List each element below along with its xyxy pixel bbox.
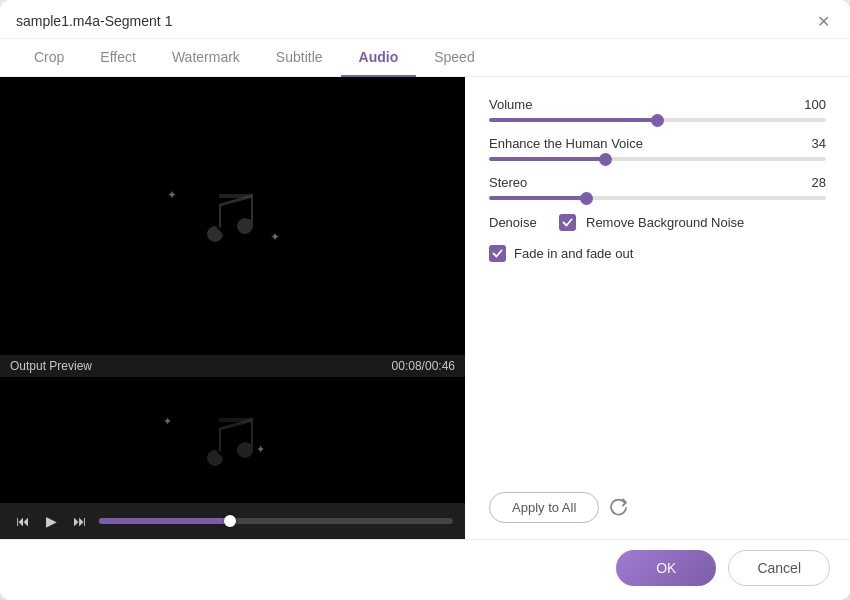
music-icon-top <box>193 176 273 256</box>
remove-bg-label: Remove Background Noise <box>586 215 744 230</box>
enhance-slider[interactable] <box>489 157 826 161</box>
play-button[interactable]: ▶ <box>42 511 61 531</box>
cancel-button[interactable]: Cancel <box>728 550 830 586</box>
bottom-actions: Apply to All <box>489 484 826 523</box>
enhance-label: Enhance the Human Voice <box>489 136 643 151</box>
output-preview-label: Output Preview <box>10 359 92 373</box>
tab-audio[interactable]: Audio <box>341 39 417 77</box>
volume-label-row: Volume 100 <box>489 97 826 112</box>
enhance-value: 34 <box>796 136 826 151</box>
enhance-label-row: Enhance the Human Voice 34 <box>489 136 826 151</box>
progress-thumb[interactable] <box>224 515 236 527</box>
preview-bottom: ✦ ✦ <box>0 377 465 503</box>
dialog-title: sample1.m4a-Segment 1 <box>16 13 172 29</box>
tab-speed[interactable]: Speed <box>416 39 492 77</box>
right-panel: Volume 100 Enhance the Human Voice 34 St… <box>465 77 850 539</box>
left-panel: ✦ ✦ Output Preview 00:08/00:46 ✦ ✦ <box>0 77 465 539</box>
fade-checkmark-icon <box>492 248 503 259</box>
music-icon-bottom <box>193 400 273 480</box>
stereo-control: Stereo 28 <box>489 175 826 200</box>
volume-label: Volume <box>489 97 532 112</box>
svg-rect-0 <box>219 194 253 198</box>
close-button[interactable]: ✕ <box>812 10 834 32</box>
main-content: ✦ ✦ Output Preview 00:08/00:46 ✦ ✦ <box>0 77 850 539</box>
fade-row: Fade in and fade out <box>489 245 826 262</box>
tab-crop[interactable]: Crop <box>16 39 82 77</box>
title-bar: sample1.m4a-Segment 1 ✕ <box>0 0 850 39</box>
dialog: sample1.m4a-Segment 1 ✕ Crop Effect Wate… <box>0 0 850 600</box>
denoise-label: Denoise <box>489 215 549 230</box>
next-frame-button[interactable]: ⏭ <box>69 511 91 531</box>
stereo-label: Stereo <box>489 175 527 190</box>
reset-button[interactable] <box>609 498 629 518</box>
denoise-row: Denoise Remove Background Noise <box>489 214 826 231</box>
prev-frame-button[interactable]: ⏮ <box>12 511 34 531</box>
ok-button[interactable]: OK <box>616 550 716 586</box>
stereo-value: 28 <box>796 175 826 190</box>
tab-watermark[interactable]: Watermark <box>154 39 258 77</box>
fade-checkbox[interactable] <box>489 245 506 262</box>
footer: OK Cancel <box>0 539 850 600</box>
stereo-label-row: Stereo 28 <box>489 175 826 190</box>
fade-label: Fade in and fade out <box>514 246 633 261</box>
tabs-bar: Crop Effect Watermark Subtitle Audio Spe… <box>0 39 850 77</box>
sparkle-icon-br: ✦ <box>270 230 280 244</box>
playback-progress[interactable] <box>99 518 453 524</box>
apply-all-button[interactable]: Apply to All <box>489 492 599 523</box>
volume-control: Volume 100 <box>489 97 826 122</box>
checkmark-icon <box>562 217 573 228</box>
stereo-slider[interactable] <box>489 196 826 200</box>
sparkle-icon-br2: ✦ <box>256 443 265 456</box>
reset-icon <box>609 498 629 518</box>
tab-effect[interactable]: Effect <box>82 39 154 77</box>
tab-subtitle[interactable]: Subtitle <box>258 39 341 77</box>
volume-slider[interactable] <box>489 118 826 122</box>
progress-fill <box>99 518 230 524</box>
remove-bg-checkbox[interactable] <box>559 214 576 231</box>
timestamp: 00:08/00:46 <box>392 359 455 373</box>
transport-bar: ⏮ ▶ ⏭ <box>0 503 465 539</box>
svg-rect-1 <box>219 418 253 422</box>
preview-top: ✦ ✦ <box>0 77 465 355</box>
sparkle-icon-tl: ✦ <box>167 188 177 202</box>
sparkle-icon-bl: ✦ <box>163 415 172 428</box>
enhance-control: Enhance the Human Voice 34 <box>489 136 826 161</box>
preview-bar: Output Preview 00:08/00:46 <box>0 355 465 377</box>
volume-value: 100 <box>796 97 826 112</box>
